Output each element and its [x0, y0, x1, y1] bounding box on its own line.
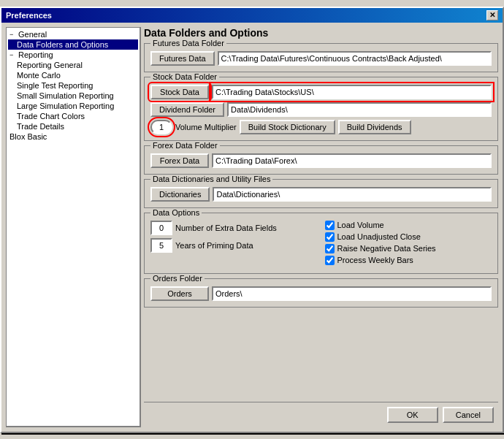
data-options-left: Number of Extra Data Fields Years of Pri…: [150, 221, 318, 267]
dictionaries-group-label: Data Dictionaries and Utility Files: [150, 175, 272, 183]
sidebar-item-data-folders[interactable]: Data Folders and Options: [8, 39, 138, 50]
sidebar-label-trade-details: Trade Details: [17, 122, 64, 131]
extra-fields-row: Number of Extra Data Fields: [150, 221, 318, 235]
main-content: Data Folders and Options Futures Data Fo…: [144, 27, 498, 427]
preferences-dialog: Preferences ✕ − General Data Folders and…: [0, 7, 504, 433]
data-options-right: Load Volume Load Unadjusted Close Raise …: [325, 221, 492, 267]
sidebar-item-general[interactable]: − General: [8, 29, 138, 39]
process-weekly-row: Process Weekly Bars: [325, 256, 492, 265]
load-unadjusted-checkbox[interactable]: [325, 232, 335, 242]
orders-path-input[interactable]: [212, 286, 492, 301]
sidebar-label-large-sim: Large Simulation Reporting: [17, 102, 114, 110]
orders-group: Orders Folder Orders: [144, 278, 498, 308]
volume-multiplier-input[interactable]: [150, 120, 172, 134]
sidebar-label-data-folders: Data Folders and Options: [17, 40, 108, 49]
close-button[interactable]: ✕: [486, 10, 498, 20]
sidebar-label-single-test: Single Test Reporting: [17, 81, 93, 90]
stock-group-label: Stock Data Folder: [150, 72, 219, 81]
futures-group: Futures Data Folder Futures Data: [144, 43, 498, 72]
sidebar-item-trade-colors[interactable]: Trade Chart Colors: [8, 111, 138, 121]
priming-row: Years of Priming Data: [150, 238, 318, 253]
sidebar-label-trade-colors: Trade Chart Colors: [17, 112, 85, 121]
dialog-title: Preferences: [6, 11, 52, 20]
expand-icon-reporting: −: [9, 51, 17, 58]
futures-row: Futures Data: [150, 51, 492, 66]
sidebar-label-reporting: Reporting: [18, 50, 53, 59]
data-options-content: Number of Extra Data Fields Years of Pri…: [150, 221, 492, 267]
cancel-button[interactable]: Cancel: [443, 407, 494, 423]
extra-fields-label: Number of Extra Data Fields: [175, 224, 277, 232]
forex-row: Forex Data: [150, 153, 492, 168]
sidebar-label-monte-carlo: Monte Carlo: [17, 71, 61, 80]
load-volume-label: Load Volume: [337, 221, 384, 229]
forex-group-content: Forex Data: [150, 153, 492, 168]
page-title: Data Folders and Options: [144, 27, 498, 39]
dictionaries-button[interactable]: Dictionaries: [150, 187, 210, 202]
sidebar-item-reporting[interactable]: − Reporting: [8, 50, 138, 60]
sidebar-label-reporting-general: Reporting General: [17, 61, 83, 69]
dictionaries-group-content: Dictionaries: [150, 187, 492, 202]
futures-data-button[interactable]: Futures Data: [150, 51, 215, 66]
dividend-path-input[interactable]: [227, 102, 492, 117]
raise-negative-checkbox[interactable]: [325, 244, 335, 253]
priming-input[interactable]: [150, 238, 172, 253]
ok-button[interactable]: OK: [387, 407, 438, 423]
load-volume-checkbox[interactable]: [325, 221, 335, 230]
volume-mult-row: Volume Multiplier Build Stock Dictionary…: [150, 120, 492, 134]
sidebar-tree: − General Data Folders and Options − Rep…: [6, 27, 141, 427]
dictionaries-path-input[interactable]: [213, 187, 492, 202]
raise-negative-label: Raise Negative Data Series: [337, 244, 436, 253]
stock-group-content: Stock Data Dividend Folder Volume Multip…: [150, 85, 492, 134]
futures-path-input[interactable]: [218, 51, 492, 66]
stock-path-input[interactable]: [212, 85, 492, 99]
futures-group-content: Futures Data: [150, 51, 492, 66]
load-volume-row: Load Volume: [325, 221, 492, 230]
stock-data-button[interactable]: Stock Data: [150, 85, 209, 99]
title-bar: Preferences ✕: [1, 8, 503, 23]
volume-multiplier-label: Volume Multiplier: [175, 123, 237, 131]
load-unadjusted-row: Load Unadjusted Close: [325, 232, 492, 242]
orders-row: Orders: [150, 286, 492, 301]
sidebar-item-trade-details[interactable]: Trade Details: [8, 121, 138, 131]
process-weekly-label: Process Weekly Bars: [337, 256, 413, 264]
dialog-body: − General Data Folders and Options − Rep…: [1, 23, 503, 432]
priming-label: Years of Priming Data: [175, 241, 253, 250]
dictionaries-row: Dictionaries: [150, 187, 492, 202]
orders-button[interactable]: Orders: [150, 286, 209, 301]
sidebar-item-reporting-general[interactable]: Reporting General: [8, 60, 138, 70]
forex-path-input[interactable]: [212, 153, 492, 168]
orders-group-label: Orders Folder: [150, 274, 205, 283]
build-dividends-button[interactable]: Build Dividends: [338, 120, 411, 134]
forex-data-button[interactable]: Forex Data: [150, 153, 209, 168]
sidebar-label-small-sim: Small Simulation Reporting: [17, 91, 114, 100]
stock-group: Stock Data Folder Stock Data Dividend Fo…: [144, 77, 498, 141]
bottom-bar: OK Cancel: [144, 402, 498, 427]
sidebar-item-large-sim[interactable]: Large Simulation Reporting: [8, 101, 138, 111]
extra-fields-input[interactable]: [150, 221, 172, 235]
expand-icon-general: −: [9, 31, 17, 38]
sidebar-label-blox-basic: Blox Basic: [9, 132, 47, 141]
sidebar-item-small-sim[interactable]: Small Simulation Reporting: [8, 91, 138, 101]
sidebar-label-general: General: [18, 30, 47, 39]
futures-group-label: Futures Data Folder: [150, 39, 226, 47]
data-options-group-label: Data Options: [150, 208, 202, 217]
build-stock-button[interactable]: Build Stock Dictionary: [240, 120, 335, 134]
dictionaries-group: Data Dictionaries and Utility Files Dict…: [144, 179, 498, 208]
stock-data-row: Stock Data: [150, 85, 492, 99]
sidebar-item-single-test[interactable]: Single Test Reporting: [8, 80, 138, 91]
process-weekly-checkbox[interactable]: [325, 256, 335, 265]
forex-group-label: Forex Data Folder: [150, 141, 220, 150]
data-options-group: Data Options Number of Extra Data Fields…: [144, 213, 498, 274]
orders-group-content: Orders: [150, 286, 492, 301]
raise-negative-row: Raise Negative Data Series: [325, 244, 492, 253]
dividend-row: Dividend Folder: [150, 102, 492, 117]
dividend-folder-button[interactable]: Dividend Folder: [150, 102, 224, 117]
load-unadjusted-label: Load Unadjusted Close: [337, 232, 421, 241]
sidebar-item-blox-basic[interactable]: Blox Basic: [8, 131, 138, 142]
sidebar-item-monte-carlo[interactable]: Monte Carlo: [8, 70, 138, 80]
forex-group: Forex Data Folder Forex Data: [144, 145, 498, 175]
